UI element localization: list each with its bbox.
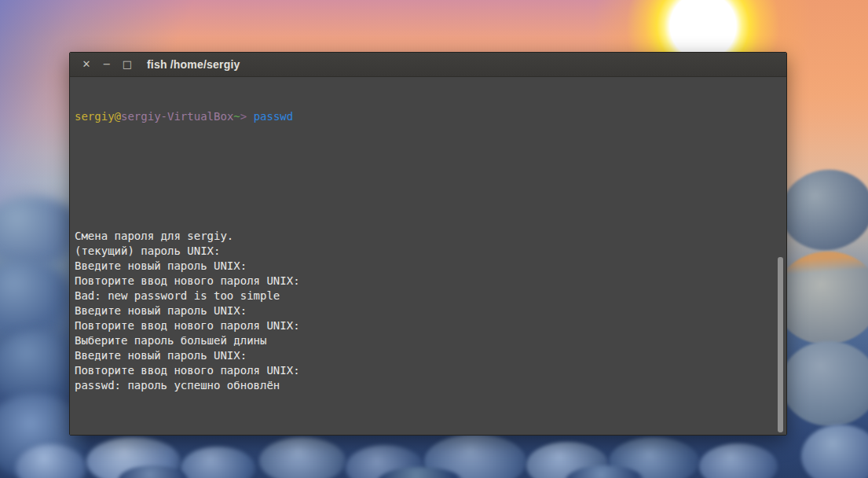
terminal-window: ✕ − □ fish /home/sergiy sergiy@sergiy-Vi…: [69, 52, 787, 436]
output-line: Bad: new password is too simple: [75, 289, 775, 303]
terminal-content[interactable]: sergiy@sergiy-VirtualBox~> passwd Смена …: [70, 77, 786, 436]
maximize-icon[interactable]: □: [122, 59, 133, 70]
command-text: passwd: [254, 110, 294, 123]
prompt-host: sergiy-VirtualBox: [121, 110, 233, 123]
scrollbar-thumb[interactable]: [778, 257, 783, 432]
close-icon[interactable]: ✕: [81, 59, 92, 70]
desktop[interactable]: ✕ − □ fish /home/sergiy sergiy@sergiy-Vi…: [0, 0, 868, 478]
titlebar[interactable]: ✕ − □ fish /home/sergiy: [70, 53, 786, 77]
terminal-output: Смена пароля для sergiy.(текущий) пароль…: [75, 184, 775, 393]
prompt-user: sergiy@: [75, 110, 121, 123]
output-line: Повторите ввод нового пароля UNIX:: [75, 363, 775, 378]
output-line: Введите новый пароль UNIX:: [75, 259, 775, 274]
output-line: Повторите ввод нового пароля UNIX:: [75, 274, 775, 289]
output-line: Введите новый пароль UNIX:: [75, 348, 775, 363]
output-line: Повторите ввод нового пароля UNIX:: [75, 318, 775, 333]
prompt-line: sergiy@sergiy-VirtualBox~> passwd: [75, 109, 775, 139]
window-buttons: ✕ − □: [70, 59, 141, 70]
output-line: Смена пароля для sergiy.: [75, 229, 775, 244]
window-title: fish /home/sergiy: [147, 58, 240, 71]
minimize-icon[interactable]: −: [101, 59, 112, 70]
output-line: (текущий) пароль UNIX:: [75, 244, 775, 259]
output-line: Введите новый пароль UNIX:: [75, 303, 775, 318]
pebble: [259, 437, 346, 478]
prompt-cwd: ~: [233, 110, 240, 123]
prompt-symbol: >: [240, 110, 247, 123]
output-line: Выберите пароль большей длины: [75, 333, 775, 348]
output-line: passwd: пароль успешно обновлён: [75, 378, 775, 393]
